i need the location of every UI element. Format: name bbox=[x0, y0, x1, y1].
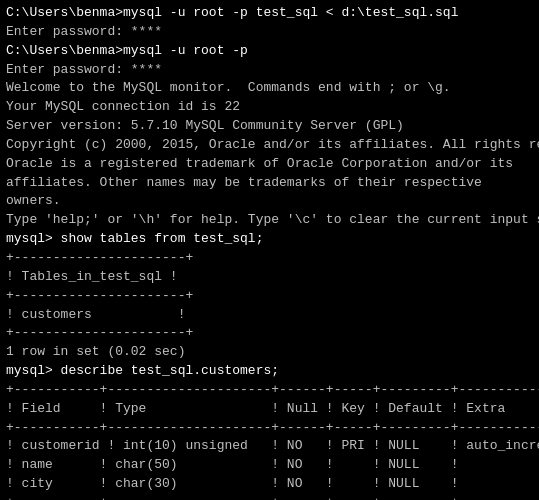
terminal-line-20: +----------------------+ bbox=[6, 287, 533, 306]
terminal-line-31: ! city ! char(30) ! NO ! ! NULL ! ! bbox=[6, 475, 533, 494]
terminal-line-23: 1 row in set (0.02 sec) bbox=[6, 343, 533, 362]
terminal-line-28: +-----------+---------------------+-----… bbox=[6, 419, 533, 438]
terminal-line-12: affiliates. Other names may be trademark… bbox=[6, 174, 533, 193]
terminal-line-26: +-----------+---------------------+-----… bbox=[6, 381, 533, 400]
terminal-line-4: Enter password: **** bbox=[6, 61, 533, 80]
terminal-line-21: ! customers ! bbox=[6, 306, 533, 325]
terminal-line-5: Welcome to the MySQL monitor. Commands e… bbox=[6, 79, 533, 98]
terminal-line-19: ! Tables_in_test_sql ! bbox=[6, 268, 533, 287]
terminal-line-15: Type 'help;' or '\h' for help. Type '\c'… bbox=[6, 211, 533, 230]
terminal-line-0: C:\Users\benma>mysql -u root -p test_sql… bbox=[6, 4, 533, 23]
terminal-line-25: mysql> describe test_sql.customers; bbox=[6, 362, 533, 381]
terminal-window[interactable]: C:\Users\benma>mysql -u root -p test_sql… bbox=[0, 0, 539, 500]
terminal-line-29: ! customerid ! int(10) unsigned ! NO ! P… bbox=[6, 437, 533, 456]
terminal-line-17: mysql> show tables from test_sql; bbox=[6, 230, 533, 249]
terminal-line-1: Enter password: **** bbox=[6, 23, 533, 42]
terminal-line-22: +----------------------+ bbox=[6, 324, 533, 343]
terminal-line-3: C:\Users\benma>mysql -u root -p bbox=[6, 42, 533, 61]
terminal-line-11: Oracle is a registered trademark of Orac… bbox=[6, 155, 533, 174]
terminal-line-7: Server version: 5.7.10 MySQL Community S… bbox=[6, 117, 533, 136]
terminal-line-30: ! name ! char(50) ! NO ! ! NULL ! ! bbox=[6, 456, 533, 475]
terminal-line-9: Copyright (c) 2000, 2015, Oracle and/or … bbox=[6, 136, 533, 155]
terminal-line-32: +-----------+---------------------+-----… bbox=[6, 494, 533, 500]
terminal-line-13: owners. bbox=[6, 192, 533, 211]
terminal-line-27: ! Field ! Type ! Null ! Key ! Default ! … bbox=[6, 400, 533, 419]
terminal-line-18: +----------------------+ bbox=[6, 249, 533, 268]
terminal-line-6: Your MySQL connection id is 22 bbox=[6, 98, 533, 117]
